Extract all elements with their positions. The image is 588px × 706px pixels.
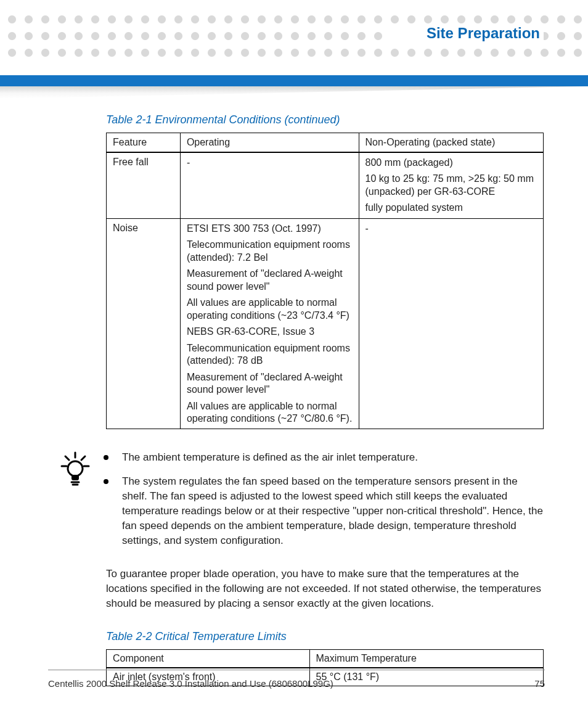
col-operating: Operating xyxy=(180,133,359,153)
col-feature: Feature xyxy=(107,133,181,153)
col-maxtemp: Maximum Temperature xyxy=(309,649,543,668)
cell-nonoperating: 800 mm (packaged) 10 kg to 25 kg: 75 mm,… xyxy=(359,152,543,218)
page-footer: Centellis 2000 Shelf Release 3.0 Install… xyxy=(48,678,545,689)
section-title: Site Preparation xyxy=(382,25,544,42)
cell-para: All values are applicable to normal oper… xyxy=(187,297,353,322)
cell-feature: Noise xyxy=(107,218,181,429)
cell-para: Measurement of "declared A-weight sound … xyxy=(187,371,353,396)
footer-rule xyxy=(48,670,545,670)
tip-block: The ambient temperature is defined as th… xyxy=(48,450,545,557)
tip-bullet: The ambient temperature is defined as th… xyxy=(104,450,545,465)
table-2-1-caption: Table 2-1 Environmental Conditions (cont… xyxy=(106,113,545,126)
cell-para: - xyxy=(187,157,353,169)
footer-page-number: 75 xyxy=(534,678,545,689)
table-row: Free fall - 800 mm (packaged) 10 kg to 2… xyxy=(107,152,544,218)
table-2-2-caption: Table 2-2 Critical Temperature Limits xyxy=(106,630,545,643)
svg-line-1 xyxy=(65,456,69,460)
header-shadow-wedge xyxy=(0,86,588,99)
cell-feature: Free fall xyxy=(107,152,181,218)
cell-para: - xyxy=(365,223,537,235)
cell-para: Measurement of "declared A-weight sound … xyxy=(187,268,353,293)
cell-para: All values are applicable to normal oper… xyxy=(187,400,353,425)
table-2-1: Feature Operating Non-Operating (packed … xyxy=(106,133,544,429)
lightbulb-icon xyxy=(48,450,85,490)
cell-para: 10 kg to 25 kg: 75 mm, >25 kg: 50 mm (un… xyxy=(365,173,537,198)
table-header-row: Feature Operating Non-Operating (packed … xyxy=(107,133,544,153)
cell-para: NEBS GR-63-CORE, Issue 3 xyxy=(187,326,353,338)
footer-doc-title: Centellis 2000 Shelf Release 3.0 Install… xyxy=(48,678,333,689)
table-row: Noise ETSI ETS 300 753 (Oct. 1997) Telec… xyxy=(107,218,544,429)
header-blue-rule xyxy=(0,75,588,86)
col-nonoperating: Non-Operating (packed state) xyxy=(359,133,543,153)
svg-line-2 xyxy=(81,456,85,460)
cell-operating: ETSI ETS 300 753 (Oct. 1997) Telecommuni… xyxy=(180,218,359,429)
cell-para: 800 mm (packaged) xyxy=(365,157,537,169)
cell-para: fully populated system xyxy=(365,202,537,214)
tip-bullet: The system regulates the fan speed based… xyxy=(104,474,545,549)
cell-para: ETSI ETS 300 753 (Oct. 1997) xyxy=(187,223,353,235)
col-component: Component xyxy=(107,649,310,668)
cell-nonoperating: - xyxy=(359,218,543,429)
paragraph-guarantee: To guarantee proper blade operation, you… xyxy=(106,567,545,611)
svg-point-5 xyxy=(68,461,83,476)
cell-operating: - xyxy=(180,152,359,218)
cell-para: Telecommunication equipment rooms (atten… xyxy=(187,239,353,264)
table-header-row: Component Maximum Temperature xyxy=(107,649,544,668)
cell-para: Telecommunication equipment rooms (atten… xyxy=(187,342,353,367)
